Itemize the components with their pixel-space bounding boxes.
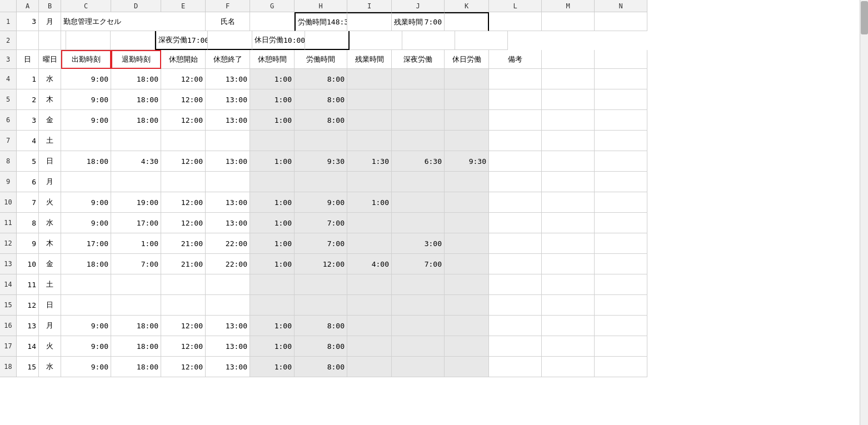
cell-j12[interactable]: 3:00	[392, 233, 445, 254]
cell-e18[interactable]: 12:00	[161, 357, 206, 377]
cell-g12[interactable]: 1:00	[250, 233, 295, 254]
cell-m18[interactable]	[542, 357, 595, 377]
cell-f7[interactable]	[206, 131, 250, 151]
cell-a7[interactable]: 4	[17, 131, 39, 151]
cell-m4[interactable]	[542, 69, 595, 89]
cell-m16[interactable]	[542, 316, 595, 336]
col-header-l[interactable]: L	[489, 0, 542, 12]
cell-m5[interactable]	[542, 89, 595, 110]
cell-h14[interactable]	[295, 274, 347, 295]
cell-g18[interactable]: 1:00	[250, 357, 295, 377]
cell-b14[interactable]: 土	[39, 274, 61, 295]
cell-k8[interactable]: 9:30	[445, 151, 489, 172]
cell-a10[interactable]: 7	[17, 192, 39, 213]
cell-f17[interactable]: 13:00	[206, 336, 250, 357]
cell-c18[interactable]: 9:00	[61, 357, 111, 377]
cell-j15[interactable]	[392, 295, 445, 316]
cell-c2[interactable]	[61, 31, 66, 50]
cell-b15[interactable]: 日	[39, 295, 61, 316]
cell-i1[interactable]	[347, 12, 392, 31]
cell-j14[interactable]	[392, 274, 445, 295]
cell-b3[interactable]: 曜日	[39, 50, 61, 69]
cell-i7[interactable]	[347, 131, 392, 151]
cell-b9[interactable]: 月	[39, 172, 61, 192]
cell-n18[interactable]	[595, 357, 647, 377]
cell-n1[interactable]	[595, 12, 647, 31]
cell-l18[interactable]	[489, 357, 542, 377]
cell-c15[interactable]	[61, 295, 111, 316]
cell-c13[interactable]: 18:00	[61, 254, 111, 274]
cell-l7[interactable]	[489, 131, 542, 151]
cell-m9[interactable]	[542, 172, 595, 192]
cell-m10[interactable]	[542, 192, 595, 213]
col-header-a[interactable]: A	[17, 0, 39, 12]
cell-n9[interactable]	[595, 172, 647, 192]
cell-c6[interactable]: 9:00	[61, 110, 111, 131]
cell-g9[interactable]	[250, 172, 295, 192]
cell-d4[interactable]: 18:00	[111, 69, 161, 89]
cell-i2[interactable]	[208, 31, 252, 50]
cell-j18[interactable]	[392, 357, 445, 377]
cell-l2[interactable]	[350, 31, 402, 50]
cell-h12[interactable]: 7:00	[295, 233, 347, 254]
cell-n11[interactable]	[595, 213, 647, 233]
cell-f16[interactable]: 13:00	[206, 316, 250, 336]
cell-e1[interactable]: 氏名	[206, 12, 250, 31]
cell-m14[interactable]	[542, 274, 595, 295]
cell-n10[interactable]	[595, 192, 647, 213]
cell-g10[interactable]: 1:00	[250, 192, 295, 213]
cell-a9[interactable]: 6	[17, 172, 39, 192]
cell-g16[interactable]: 1:00	[250, 316, 295, 336]
cell-k4[interactable]	[445, 69, 489, 89]
col-header-j[interactable]: J	[392, 0, 445, 12]
cell-n8[interactable]	[595, 151, 647, 172]
cell-g11[interactable]: 1:00	[250, 213, 295, 233]
cell-k11[interactable]	[445, 213, 489, 233]
cell-g6[interactable]: 1:00	[250, 110, 295, 131]
cell-e8[interactable]: 12:00	[161, 151, 206, 172]
cell-e4[interactable]: 12:00	[161, 69, 206, 89]
cell-m8[interactable]	[542, 151, 595, 172]
cell-a8[interactable]: 5	[17, 151, 39, 172]
cell-n16[interactable]	[595, 316, 647, 336]
cell-h13[interactable]: 12:00	[295, 254, 347, 274]
cell-i8[interactable]: 1:30	[347, 151, 392, 172]
cell-g8[interactable]: 1:00	[250, 151, 295, 172]
cell-c11[interactable]: 9:00	[61, 213, 111, 233]
cell-h10[interactable]: 9:00	[295, 192, 347, 213]
cell-f6[interactable]: 13:00	[206, 110, 250, 131]
cell-l8[interactable]	[489, 151, 542, 172]
cell-c4[interactable]: 9:00	[61, 69, 111, 89]
cell-f12[interactable]: 22:00	[206, 233, 250, 254]
cell-c8[interactable]: 18:00	[61, 151, 111, 172]
scrollbar-vertical[interactable]	[860, 0, 868, 425]
cell-l9[interactable]	[489, 172, 542, 192]
cell-f14[interactable]	[206, 274, 250, 295]
cell-e12[interactable]: 21:00	[161, 233, 206, 254]
cell-j5[interactable]	[392, 89, 445, 110]
col-header-f[interactable]: F	[206, 0, 250, 12]
col-header-d[interactable]: D	[111, 0, 161, 12]
cell-a1[interactable]: 3	[17, 12, 39, 31]
cell-f2[interactable]	[111, 31, 155, 50]
cell-i11[interactable]	[347, 213, 392, 233]
col-header-n[interactable]: N	[595, 0, 647, 12]
cell-c1-merged[interactable]: 勤怠管理エクセル	[61, 12, 206, 31]
cell-h16[interactable]: 8:00	[295, 316, 347, 336]
cell-b6[interactable]: 金	[39, 110, 61, 131]
col-header-e[interactable]: E	[161, 0, 206, 12]
cell-j3[interactable]: 深夜労働	[392, 50, 445, 69]
cell-k15[interactable]	[445, 295, 489, 316]
cell-i6[interactable]	[347, 110, 392, 131]
cell-f18[interactable]: 13:00	[206, 357, 250, 377]
cell-k5[interactable]	[445, 89, 489, 110]
cell-j9[interactable]	[392, 172, 445, 192]
cell-k9[interactable]	[445, 172, 489, 192]
cell-d3[interactable]: 退勤時刻	[111, 50, 161, 69]
cell-k18[interactable]	[445, 357, 489, 377]
cell-n17[interactable]	[595, 336, 647, 357]
cell-b2[interactable]	[39, 31, 61, 50]
cell-a6[interactable]: 3	[17, 110, 39, 131]
cell-d5[interactable]: 18:00	[111, 89, 161, 110]
cell-k14[interactable]	[445, 274, 489, 295]
